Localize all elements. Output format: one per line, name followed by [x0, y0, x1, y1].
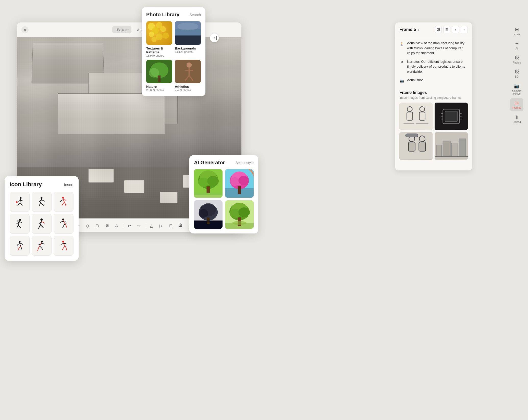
ai-image-tree-pink[interactable]	[225, 169, 254, 198]
svg-rect-0	[399, 103, 433, 130]
ai-generator-panel: AI Generator Select style	[189, 155, 258, 233]
frame-title-text: Frame 5	[399, 27, 416, 32]
icon-library-panel: Icon Library Insert	[5, 176, 79, 261]
flip-h-button[interactable]: △	[147, 221, 155, 230]
svg-point-45	[187, 62, 192, 67]
redo-button[interactable]: ↪	[135, 221, 143, 230]
frame-dropdown-icon[interactable]: ∨	[418, 28, 420, 31]
sidebar-item-photos[interactable]: 🖼 Photos	[510, 53, 523, 66]
sidebar-item-upload[interactable]: ⬆ Upload	[510, 112, 523, 126]
right-sidebar: ⊞ Icons ✦ AI 🖼 Photos 🖼 BG 📷 Camera Move…	[510, 22, 524, 128]
icon-runner-9[interactable]	[54, 236, 73, 256]
athletics-count: 2,489 photos	[175, 89, 201, 92]
frame-notes-button[interactable]: ☰	[443, 26, 450, 33]
frame-image-1[interactable]	[399, 103, 433, 130]
ai-style-button[interactable]: Select style	[235, 161, 254, 165]
frame-image-2[interactable]	[435, 103, 468, 130]
frame-image-button[interactable]: 🖼	[435, 26, 442, 33]
svg-rect-25	[452, 143, 458, 157]
undo-button[interactable]: ↩	[125, 221, 133, 230]
frame-prev-button[interactable]: ‹	[452, 26, 459, 33]
svg-point-64	[41, 241, 43, 243]
icon-runner-8[interactable]	[32, 236, 52, 256]
camera-moves-icon: 📷	[514, 83, 520, 89]
svg-rect-37	[175, 36, 201, 45]
sidebar-item-frames[interactable]: 🗂 Frames	[510, 98, 523, 111]
icon-grid	[10, 192, 73, 256]
svg-line-53	[20, 203, 22, 205]
eraser-tool[interactable]: ⬡	[93, 221, 101, 230]
scene-camera-text: Aerial shot	[407, 78, 423, 83]
photo-category-athletics[interactable]: Athletics 2,489 photos	[175, 60, 201, 92]
insert-image-button[interactable]: 🖼	[176, 221, 185, 230]
ai-image-tree-golden[interactable]	[225, 200, 254, 229]
svg-point-78	[230, 177, 240, 186]
bg-label: BG	[515, 75, 519, 78]
svg-point-35	[151, 37, 156, 42]
ai-image-tree-dark[interactable]	[194, 200, 223, 229]
textures-count: 15,979 photos	[146, 54, 172, 57]
flip-v-button[interactable]: ▷	[157, 221, 165, 230]
sidebar-item-camera-moves[interactable]: 📷 Camera Moves	[510, 81, 523, 97]
bg-icon: 🖼	[514, 69, 519, 75]
icon-library-header: Icon Library Insert	[10, 181, 73, 188]
sidebar-item-bg[interactable]: 🖼 BG	[510, 67, 523, 80]
photo-category-textures[interactable]: Textures & Patterns 15,979 photos	[146, 21, 172, 57]
icon-library-insert-button[interactable]: Insert	[64, 182, 73, 187]
frame-image-4[interactable]	[435, 132, 468, 160]
scene-item-2: 🎙 Narrator: Our efficient logistics ensu…	[399, 59, 468, 74]
photo-athletics-image	[175, 60, 201, 83]
svg-line-55	[21, 200, 23, 201]
ai-generator-header: AI Generator Select style	[194, 160, 254, 166]
frame-image-3[interactable]	[399, 132, 433, 160]
photo-category-backgrounds[interactable]: Backgrounds 13,125 photos	[175, 21, 201, 57]
svg-rect-42	[158, 75, 161, 82]
frame-info-header: Frame 5 ∨ 🖼 ☰ ‹ ›	[395, 22, 472, 37]
close-button[interactable]: ✕	[21, 26, 29, 33]
arrow-forward-button[interactable]: →|	[210, 33, 219, 42]
ai-label: AI	[515, 47, 518, 50]
svg-rect-80	[238, 186, 241, 194]
backgrounds-count: 13,125 photos	[175, 50, 201, 53]
photo-library-grid: Textures & Patterns 15,979 photos Backgr…	[146, 21, 201, 92]
svg-rect-20	[419, 142, 425, 151]
icon-runner-6[interactable]	[54, 214, 73, 234]
photo-library-search[interactable]: Search	[190, 13, 201, 17]
frame-header-icons: 🖼 ☰ ‹ ›	[435, 26, 468, 33]
svg-point-32	[149, 32, 154, 37]
toolbar-separator-1	[123, 223, 123, 228]
icon-runner-4[interactable]	[10, 214, 30, 234]
upload-icon: ⬆	[515, 114, 519, 120]
sidebar-item-ai[interactable]: ✦ AI	[510, 39, 523, 52]
svg-point-59	[19, 219, 21, 221]
icon-runner-2[interactable]	[32, 192, 52, 212]
crop-button[interactable]: ⊡	[167, 221, 175, 230]
upload-label: Upload	[513, 121, 521, 123]
scene-item-1: 🚶 Aerial view of the manufacturing facil…	[399, 41, 468, 56]
frames-label: Frames	[512, 106, 521, 109]
photo-textures-image	[146, 21, 172, 45]
svg-point-97	[232, 221, 247, 225]
icon-runner-1[interactable]	[10, 192, 30, 212]
icon-runner-7[interactable]	[10, 236, 30, 256]
icon-runner-3[interactable]	[54, 192, 73, 212]
svg-rect-23	[437, 145, 442, 157]
frame-next-button[interactable]: ›	[461, 26, 468, 33]
svg-point-34	[156, 33, 163, 40]
crop-x-tool[interactable]: ⊠	[103, 221, 111, 230]
ai-image-tree-green[interactable]	[194, 169, 223, 198]
tab-editor[interactable]: Editor	[112, 26, 131, 33]
photo-library-header: Photo Library Search	[146, 12, 201, 18]
brush-tool[interactable]: ◇	[83, 221, 92, 230]
shape-tool[interactable]: ⬭	[113, 221, 121, 230]
nature-name: Nature	[146, 85, 172, 89]
sidebar-item-icons[interactable]: ⊞ Icons	[510, 24, 523, 38]
photo-category-nature[interactable]: Nature 26,869 photos	[146, 60, 172, 92]
svg-line-52	[18, 203, 20, 205]
svg-point-69	[198, 178, 209, 187]
frame-images-title: Frame Images	[399, 90, 468, 95]
scene-narrator-text: Narrator: Our efficient logistics ensure…	[407, 59, 468, 74]
svg-rect-19	[409, 142, 415, 151]
scene-aerial-text: Aerial view of the manufacturing facilit…	[407, 41, 468, 56]
icon-runner-5[interactable]	[32, 214, 52, 234]
